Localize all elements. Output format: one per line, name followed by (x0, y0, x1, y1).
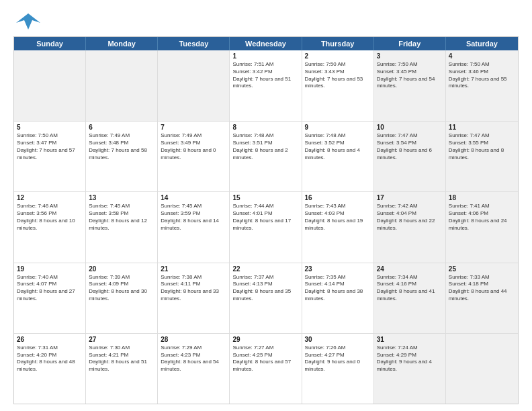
day-info: Sunrise: 7:43 AM Sunset: 4:03 PM Dayligh… (305, 203, 371, 232)
calendar: SundayMondayTuesdayWednesdayThursdayFrid… (13, 36, 519, 404)
day-info: Sunrise: 7:30 AM Sunset: 4:21 PM Dayligh… (89, 345, 154, 373)
calendar-day-2: 2Sunrise: 7:50 AM Sunset: 3:43 PM Daylig… (302, 50, 374, 121)
day-info: Sunrise: 7:45 AM Sunset: 3:58 PM Dayligh… (89, 203, 154, 232)
day-info: Sunrise: 7:45 AM Sunset: 3:59 PM Dayligh… (161, 203, 226, 232)
calendar-day-8: 8Sunrise: 7:48 AM Sunset: 3:51 PM Daylig… (230, 122, 302, 191)
day-number: 13 (89, 194, 154, 201)
day-info: Sunrise: 7:47 AM Sunset: 3:54 PM Dayligh… (377, 132, 443, 161)
day-info: Sunrise: 7:49 AM Sunset: 3:48 PM Dayligh… (89, 132, 154, 161)
calendar-day-26: 26Sunrise: 7:31 AM Sunset: 4:20 PM Dayli… (14, 334, 86, 404)
day-info: Sunrise: 7:40 AM Sunset: 4:07 PM Dayligh… (17, 274, 83, 303)
calendar-row-3: 12Sunrise: 7:46 AM Sunset: 3:56 PM Dayli… (14, 191, 518, 262)
day-number: 30 (305, 336, 371, 343)
day-number: 16 (305, 194, 371, 201)
calendar-empty-cell (14, 50, 86, 121)
header-day-tuesday: Tuesday (158, 37, 230, 50)
day-number: 25 (449, 265, 515, 273)
day-number: 23 (305, 265, 371, 273)
day-info: Sunrise: 7:39 AM Sunset: 4:09 PM Dayligh… (89, 274, 154, 303)
day-info: Sunrise: 7:50 AM Sunset: 3:43 PM Dayligh… (305, 61, 371, 90)
calendar-day-14: 14Sunrise: 7:45 AM Sunset: 3:59 PM Dayli… (158, 192, 230, 262)
calendar-day-7: 7Sunrise: 7:49 AM Sunset: 3:49 PM Daylig… (158, 122, 230, 191)
day-number: 26 (17, 336, 83, 343)
calendar-day-25: 25Sunrise: 7:33 AM Sunset: 4:18 PM Dayli… (446, 263, 518, 333)
day-info: Sunrise: 7:46 AM Sunset: 3:56 PM Dayligh… (17, 203, 83, 232)
calendar-day-20: 20Sunrise: 7:39 AM Sunset: 4:09 PM Dayli… (86, 263, 158, 333)
day-number: 11 (449, 124, 515, 131)
calendar-day-24: 24Sunrise: 7:34 AM Sunset: 4:16 PM Dayli… (374, 263, 446, 333)
calendar-day-28: 28Sunrise: 7:29 AM Sunset: 4:23 PM Dayli… (158, 334, 230, 404)
calendar-day-21: 21Sunrise: 7:38 AM Sunset: 4:11 PM Dayli… (158, 263, 230, 333)
day-info: Sunrise: 7:44 AM Sunset: 4:01 PM Dayligh… (232, 203, 298, 232)
calendar-day-15: 15Sunrise: 7:44 AM Sunset: 4:01 PM Dayli… (230, 192, 302, 262)
calendar-day-10: 10Sunrise: 7:47 AM Sunset: 3:54 PM Dayli… (374, 122, 446, 191)
day-info: Sunrise: 7:35 AM Sunset: 4:14 PM Dayligh… (305, 274, 371, 303)
calendar-header: SundayMondayTuesdayWednesdayThursdayFrid… (14, 37, 518, 50)
calendar-day-4: 4Sunrise: 7:50 AM Sunset: 3:46 PM Daylig… (446, 50, 518, 121)
calendar-day-9: 9Sunrise: 7:48 AM Sunset: 3:52 PM Daylig… (302, 122, 374, 191)
day-info: Sunrise: 7:27 AM Sunset: 4:25 PM Dayligh… (232, 345, 298, 373)
day-number: 19 (17, 265, 83, 273)
logo (13, 11, 40, 31)
calendar-day-5: 5Sunrise: 7:50 AM Sunset: 3:47 PM Daylig… (14, 122, 86, 191)
day-number: 12 (17, 194, 83, 201)
calendar-day-12: 12Sunrise: 7:46 AM Sunset: 3:56 PM Dayli… (14, 192, 86, 262)
header-day-monday: Monday (86, 37, 158, 50)
day-number: 21 (161, 265, 226, 273)
day-info: Sunrise: 7:41 AM Sunset: 4:06 PM Dayligh… (449, 203, 515, 232)
calendar-day-31: 31Sunrise: 7:24 AM Sunset: 4:29 PM Dayli… (374, 334, 446, 404)
day-info: Sunrise: 7:48 AM Sunset: 3:51 PM Dayligh… (232, 132, 298, 161)
calendar-row-5: 26Sunrise: 7:31 AM Sunset: 4:20 PM Dayli… (14, 333, 518, 404)
calendar-empty-cell (86, 50, 158, 121)
day-number: 29 (232, 336, 298, 343)
page: SundayMondayTuesdayWednesdayThursdayFrid… (0, 0, 532, 411)
calendar-day-11: 11Sunrise: 7:47 AM Sunset: 3:55 PM Dayli… (446, 122, 518, 191)
day-number: 9 (305, 124, 371, 131)
calendar-day-19: 19Sunrise: 7:40 AM Sunset: 4:07 PM Dayli… (14, 263, 86, 333)
day-info: Sunrise: 7:24 AM Sunset: 4:29 PM Dayligh… (377, 345, 443, 373)
calendar-day-22: 22Sunrise: 7:37 AM Sunset: 4:13 PM Dayli… (230, 263, 302, 333)
calendar-day-1: 1Sunrise: 7:51 AM Sunset: 3:42 PM Daylig… (230, 50, 302, 121)
day-number: 4 (449, 52, 515, 60)
header (13, 11, 519, 31)
header-day-thursday: Thursday (302, 37, 374, 50)
calendar-day-23: 23Sunrise: 7:35 AM Sunset: 4:14 PM Dayli… (302, 263, 374, 333)
day-info: Sunrise: 7:51 AM Sunset: 3:42 PM Dayligh… (232, 61, 298, 90)
day-number: 27 (89, 336, 154, 343)
day-number: 24 (377, 265, 443, 273)
day-info: Sunrise: 7:50 AM Sunset: 3:46 PM Dayligh… (449, 61, 515, 90)
header-day-saturday: Saturday (446, 37, 518, 50)
calendar-row-1: 1Sunrise: 7:51 AM Sunset: 3:42 PM Daylig… (14, 50, 518, 121)
day-number: 5 (17, 124, 83, 131)
svg-marker-0 (16, 13, 40, 30)
calendar-day-29: 29Sunrise: 7:27 AM Sunset: 4:25 PM Dayli… (230, 334, 302, 404)
logo-bird-icon (16, 11, 40, 31)
day-info: Sunrise: 7:49 AM Sunset: 3:49 PM Dayligh… (161, 132, 226, 161)
calendar-row-2: 5Sunrise: 7:50 AM Sunset: 3:47 PM Daylig… (14, 121, 518, 191)
calendar-row-4: 19Sunrise: 7:40 AM Sunset: 4:07 PM Dayli… (14, 263, 518, 333)
calendar-day-18: 18Sunrise: 7:41 AM Sunset: 4:06 PM Dayli… (446, 192, 518, 262)
calendar-day-6: 6Sunrise: 7:49 AM Sunset: 3:48 PM Daylig… (86, 122, 158, 191)
day-number: 6 (89, 124, 154, 131)
day-number: 15 (232, 194, 298, 201)
day-info: Sunrise: 7:33 AM Sunset: 4:18 PM Dayligh… (449, 274, 515, 303)
header-day-sunday: Sunday (14, 37, 86, 50)
day-info: Sunrise: 7:31 AM Sunset: 4:20 PM Dayligh… (17, 345, 83, 373)
day-info: Sunrise: 7:48 AM Sunset: 3:52 PM Dayligh… (305, 132, 371, 161)
day-info: Sunrise: 7:38 AM Sunset: 4:11 PM Dayligh… (161, 274, 226, 303)
header-day-wednesday: Wednesday (230, 37, 302, 50)
day-info: Sunrise: 7:47 AM Sunset: 3:55 PM Dayligh… (449, 132, 515, 161)
day-number: 22 (232, 265, 298, 273)
day-number: 8 (232, 124, 298, 131)
calendar-day-16: 16Sunrise: 7:43 AM Sunset: 4:03 PM Dayli… (302, 192, 374, 262)
calendar-body: 1Sunrise: 7:51 AM Sunset: 3:42 PM Daylig… (14, 50, 518, 404)
header-day-friday: Friday (374, 37, 446, 50)
day-info: Sunrise: 7:50 AM Sunset: 3:45 PM Dayligh… (377, 61, 443, 90)
calendar-day-17: 17Sunrise: 7:42 AM Sunset: 4:04 PM Dayli… (374, 192, 446, 262)
day-number: 14 (161, 194, 226, 201)
day-info: Sunrise: 7:34 AM Sunset: 4:16 PM Dayligh… (377, 274, 443, 303)
calendar-empty-cell (158, 50, 230, 121)
day-info: Sunrise: 7:42 AM Sunset: 4:04 PM Dayligh… (377, 203, 443, 232)
day-number: 7 (161, 124, 226, 131)
day-info: Sunrise: 7:29 AM Sunset: 4:23 PM Dayligh… (161, 345, 226, 373)
